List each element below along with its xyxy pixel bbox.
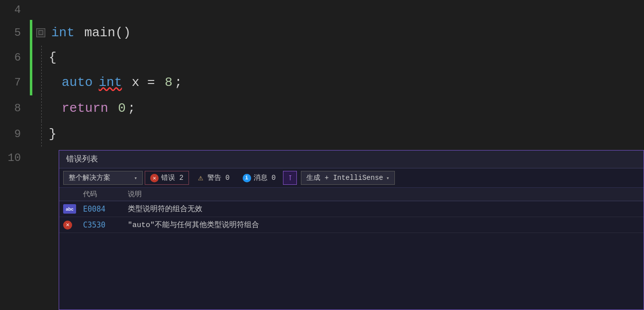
code-editor: 4 5 □ int main() 6 { 7 <box>0 0 644 154</box>
code-token-0: 0 <box>108 95 126 121</box>
code-token-main: main() <box>75 25 131 40</box>
table-row[interactable]: ✕ C3530 "auto"不能与任何其他类型说明符组合 <box>59 217 644 233</box>
code-token-auto: auto <box>47 70 92 95</box>
code-token-semicolon-7: ; <box>173 70 183 95</box>
gen-intellisense-dropdown[interactable]: 生成 + IntelliSense ▾ <box>301 171 395 185</box>
code-token-int-squiggle: int <box>96 70 122 95</box>
scope-dropdown[interactable]: 整个解决方案 ▾ <box>63 171 143 185</box>
warning-count-button[interactable]: ⚠ 警告 0 <box>191 171 235 185</box>
col-code: 代码 <box>83 190 128 199</box>
error-icon: ✕ <box>150 174 159 182</box>
code-token-brace-close: } <box>47 121 57 147</box>
line-number-6: 6 <box>0 46 30 70</box>
panel-title: 错误列表 <box>59 151 644 168</box>
error-panel: 错误列表 整个解决方案 ▾ ✕ 错误 2 ⚠ 警告 0 i 消息 0 <box>59 150 644 310</box>
col-icon <box>63 190 83 199</box>
code-token-x-assign: x = <box>122 70 163 95</box>
code-line-9: 9 } <box>0 121 644 147</box>
code-token-8: 8 <box>163 70 173 95</box>
line-number-9: 9 <box>0 121 30 147</box>
table-row[interactable]: abc E0084 类型说明符的组合无效 <box>59 201 644 217</box>
gen-dropdown-chevron: ▾ <box>386 175 389 181</box>
row-icon-error: ✕ <box>63 221 72 230</box>
line-number-10: 10 <box>0 147 30 169</box>
line-number-4: 4 <box>0 0 30 20</box>
error-count-button[interactable]: ✕ 错误 2 <box>145 171 189 185</box>
message-count-button[interactable]: i 消息 0 <box>237 171 281 185</box>
row-icon-abc: abc <box>63 204 76 214</box>
code-token-int: int <box>49 25 75 40</box>
filter-icon: ⊺ <box>288 174 292 182</box>
table-header: 代码 说明 <box>59 188 644 201</box>
line-number-8: 8 <box>0 95 30 121</box>
panel-toolbar: 整个解决方案 ▾ ✕ 错误 2 ⚠ 警告 0 i 消息 0 ⊺ <box>59 168 644 188</box>
row-desc-1: 类型说明符的组合无效 <box>128 204 640 214</box>
col-desc: 说明 <box>128 190 640 199</box>
info-icon: i <box>243 174 251 182</box>
code-token-semicolon-8: ; <box>126 95 136 121</box>
code-token-brace-open: { <box>47 46 57 70</box>
dropdown-chevron: ▾ <box>134 175 137 181</box>
code-line-8: 8 return 0 ; <box>0 95 644 121</box>
row-code-1: E0084 <box>83 205 128 214</box>
code-line-7: 7 auto int x = 8 ; <box>0 70 644 95</box>
code-line-4: 4 <box>0 0 644 20</box>
code-token-return: return <box>47 95 108 121</box>
line-number-7: 7 <box>0 70 30 95</box>
table-body: abc E0084 类型说明符的组合无效 ✕ C3530 "auto"不能与任何… <box>59 201 644 310</box>
row-desc-2: "auto"不能与任何其他类型说明符组合 <box>128 220 640 230</box>
code-line-5: 5 □ int main() <box>0 20 644 46</box>
row-code-2: C3530 <box>83 221 128 230</box>
code-line-6: 6 { <box>0 46 644 70</box>
filter-button[interactable]: ⊺ <box>283 171 297 185</box>
collapse-button[interactable]: □ <box>36 28 45 37</box>
line-number-5: 5 <box>0 20 30 46</box>
warning-icon: ⚠ <box>196 174 205 182</box>
